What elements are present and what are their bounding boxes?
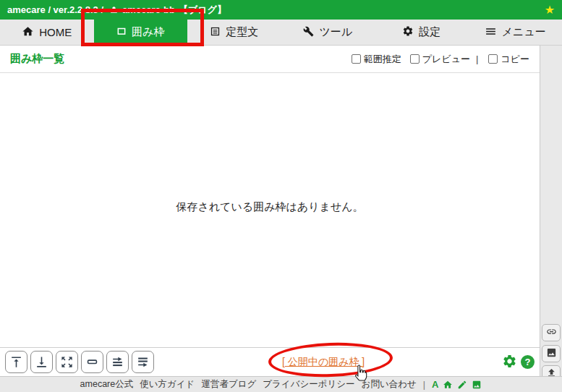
app-window: amecare / ver.2.2.8.3 / amecare-bb 【ブログ】… [0,0,562,392]
expand-icon [60,355,74,369]
scroll-bottom-icon [35,355,48,369]
template-icon [210,26,221,39]
tab-label: HOME [39,26,72,38]
footer-link-guide[interactable]: 使い方ガイド [140,378,195,391]
toolbar-right-group: ? [502,354,535,371]
home-icon[interactable] [443,380,453,390]
main-nav: HOME 囲み枠 定型文 ツール 設定 [0,20,562,46]
lines-arrow-top-icon [111,355,124,369]
footer-link-blog[interactable]: 運営者ブログ [201,378,256,391]
footer-link-contact[interactable]: お問い合わせ [362,378,417,391]
tab-label: ツール [319,25,352,39]
empty-state-message: 保存されている囲み枠はありません。 [0,200,540,214]
insert-link-button[interactable] [542,324,561,341]
scroll-to-top-button[interactable] [5,351,27,373]
insert-image-button[interactable] [542,345,561,362]
frame-icon [116,26,127,38]
move-up-list-button[interactable] [106,351,129,373]
wrench-icon [303,26,314,39]
checkbox-copy[interactable] [488,54,498,64]
published-frames-link[interactable]: [ 公開中の囲み枠 ] [282,356,365,369]
tab-menu[interactable]: メニュー [469,20,562,45]
footer-separator: | [423,380,425,390]
footer-link-official[interactable]: amecare公式 [80,378,134,391]
expand-all-button[interactable] [56,351,78,373]
tab-label: 設定 [419,25,440,39]
tab-label: メニュー [502,25,546,39]
pencil-icon[interactable] [457,380,467,390]
list-options: 範囲推定 プレビュー | コピー [343,53,529,66]
checkbox-label: コピー [501,53,529,66]
amecare-a-icon[interactable]: A [432,379,438,390]
subheader: 囲み枠一覧 範囲推定 プレビュー | コピー [0,46,540,73]
checkbox-label: 範囲推定 [364,53,401,66]
tab-frames[interactable]: 囲み枠 [94,20,188,45]
user-icon [109,5,119,14]
tab-label: 囲み枠 [132,25,164,39]
content-panel: 囲み枠一覧 範囲推定 プレビュー | コピー 保存されている囲み枠はありません。 [0,46,540,376]
options-separator: | [476,54,478,64]
tab-home[interactable]: HOME [0,20,94,45]
image-icon[interactable] [472,380,482,390]
header-bar: amecare / ver.2.2.8.3 / amecare-bb 【ブログ】… [0,0,562,20]
home-icon [22,25,34,40]
tab-templates[interactable]: 定型文 [187,20,281,45]
blog-mode-label: 【ブログ】 [179,4,226,17]
scroll-to-bottom-button[interactable] [30,351,53,373]
checkbox-label: プレビュー [422,53,470,66]
tab-label: 定型文 [226,25,258,39]
collapse-bar-icon [85,355,99,369]
tab-settings[interactable]: 設定 [375,20,469,45]
star-icon[interactable]: ★ [545,4,555,16]
help-icon[interactable]: ? [521,355,535,369]
gear-icon [502,354,517,371]
move-down-list-button[interactable] [132,351,154,373]
page-title: 囲み枠一覧 [10,52,64,66]
checkbox-range-estimate[interactable] [352,54,361,64]
scroll-top-icon [9,355,23,369]
menu-icon [485,25,497,40]
bottom-toolbar: [ 公開中の囲み枠 ] ? [0,347,540,376]
footer-link-privacy[interactable]: プライバシーポリシー [263,378,354,391]
footer-bar: amecare公式 使い方ガイド 運営者ブログ プライバシーポリシー お問い合わ… [0,376,562,392]
tab-tools[interactable]: ツール [281,20,375,45]
lines-arrow-bottom-icon [136,355,150,369]
link-icon [546,326,557,339]
app-version-label: amecare / ver.2.2.8.3 / [7,4,103,15]
checkbox-preview[interactable] [410,54,420,64]
toolbar-settings-button[interactable] [502,354,517,371]
image-icon [546,347,557,360]
right-side-strip [540,46,562,376]
username-label: amecare-bb [122,4,175,15]
footer-icon-group: A [432,379,482,390]
gear-icon [402,25,414,39]
frame-list-area: 保存されている囲み枠はありません。 [0,73,540,347]
collapse-all-button[interactable] [81,351,103,373]
